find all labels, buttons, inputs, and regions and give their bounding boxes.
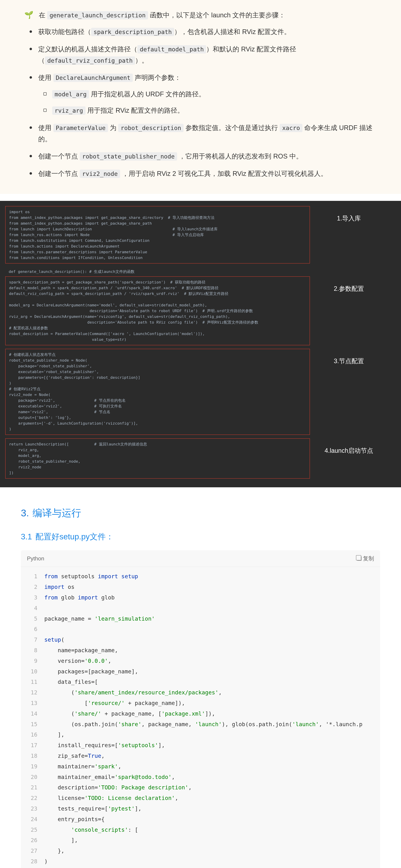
txt: 函数中，以下是这个 launch 文件的主要步骤： [150, 11, 285, 19]
list-item: 创建一个节点 rviz2_node ，用于启动 RViz 2 可视化工具，加载 … [38, 168, 383, 179]
code-inline: ParameterValue [53, 124, 108, 132]
label-1: 1.导入库 [310, 206, 388, 224]
list-item: 使用 ParameterValue 为 robot_description 参数… [38, 122, 383, 145]
list-item: 定义默认的机器人描述文件路径（default_model_path）和默认的 R… [38, 43, 383, 66]
lang-label: Python [27, 554, 44, 563]
code-box-4: return LaunchDescription([ # 返回launch文件的… [5, 438, 310, 478]
seedling-icon: 🌱 [24, 11, 33, 19]
code-inline: robot_state_publisher_node [80, 152, 177, 161]
compile-run-section: 3.编译与运行 3.1配置好setup.py文件： Python 复制 1fro… [0, 494, 401, 868]
code-inline: spark_description_path [91, 28, 174, 36]
code-inline: xacro [280, 124, 302, 132]
code-inline: default_model_path [137, 45, 206, 54]
list-item: rviz_arg 用于指定 RViz 配置文件的路径。 [52, 105, 383, 116]
code-box-1: import os from ament_index_python.packag… [5, 206, 310, 264]
intro-lead: 🌱 在 generate_launch_description 函数中，以下是这… [24, 9, 383, 21]
label-2: 2.参数配置 [310, 276, 388, 294]
code-inline: model_arg [52, 90, 89, 98]
code-inline: default_rviz_config_path [45, 56, 135, 65]
list-item: model_arg 用于指定机器人的 URDF 文件的路径。 [52, 89, 383, 100]
list-item: 使用 DeclareLaunchArgument 声明两个参数： model_a… [38, 72, 383, 116]
code-header: Python 复制 [21, 550, 380, 567]
code-body: 1from setuptools import setup 2import os… [21, 567, 380, 868]
txt: 在 [39, 11, 47, 19]
list-item: 创建一个节点 robot_state_publisher_node ，它用于将机… [38, 151, 383, 162]
label-4: 4.launch启动节点 [310, 438, 388, 456]
copy-button[interactable]: 复制 [357, 554, 374, 563]
annotated-code-image: import os from ament_index_python.packag… [0, 201, 401, 487]
code-inline: robot_description [118, 124, 183, 132]
code-box-3: # 创建机器人状态发布节点 robot_state_publisher_node… [5, 349, 310, 435]
step-list: 获取功能包路径（spark_description_path），包含机器人描述和… [24, 26, 383, 179]
h3-setup: 3.1配置好setup.py文件： [21, 530, 380, 544]
code-box-2: spark_description_path = get_package_sha… [5, 276, 310, 345]
code-inline: rviz2_node [80, 169, 120, 178]
code-inline: generate_launch_description [47, 11, 148, 20]
code-inline: DeclareLaunchArgument [53, 73, 133, 82]
def-line: def generate_launch_description(): # 生成l… [5, 267, 396, 276]
copy-icon [357, 556, 362, 561]
h2-compile: 3.编译与运行 [21, 505, 380, 521]
list-item: 获取功能包路径（spark_description_path），包含机器人描述和… [38, 26, 383, 37]
sub-list: model_arg 用于指定机器人的 URDF 文件的路径。 rviz_arg … [38, 89, 383, 116]
label-3: 3.节点配置 [310, 349, 388, 366]
code-inline: rviz_arg [52, 106, 86, 115]
intro-callout: 🌱 在 generate_launch_description 函数中，以下是这… [0, 0, 401, 194]
code-block-setup: Python 复制 1from setuptools import setup … [21, 550, 380, 868]
